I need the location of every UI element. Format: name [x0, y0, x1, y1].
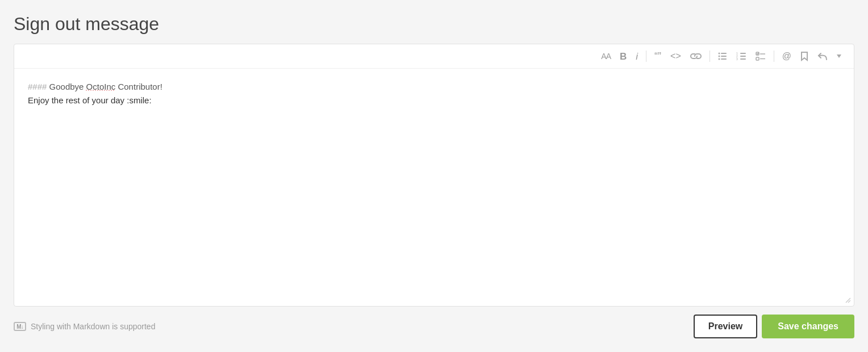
- svg-rect-2: [721, 58, 727, 60]
- markdown-icon: M↓: [14, 322, 26, 331]
- svg-rect-0: [721, 53, 727, 54]
- contributor-text: Contributor!: [115, 82, 162, 91]
- page-title: Sign out message: [14, 14, 854, 35]
- toolbar-separator-1: [646, 51, 646, 62]
- ordered-list-button[interactable]: 1 2 3: [733, 49, 750, 63]
- unordered-list-button[interactable]: [715, 49, 731, 63]
- footer: M↓ Styling with Markdown is supported Pr…: [14, 307, 854, 338]
- svg-rect-8: [740, 58, 746, 60]
- text-size-button[interactable]: AA: [598, 50, 614, 62]
- bookmark-button[interactable]: [797, 49, 812, 64]
- link-button[interactable]: [687, 50, 705, 62]
- svg-text:3: 3: [736, 57, 738, 61]
- toolbar-separator-2: [710, 51, 710, 62]
- quote-button[interactable]: “”: [651, 49, 665, 64]
- editor-toolbar: AA B i “” <>: [14, 44, 854, 69]
- mention-button[interactable]: @: [779, 49, 795, 63]
- save-changes-button[interactable]: Save changes: [762, 315, 854, 338]
- content-line-2: Enjoy the rest of your day :smile:: [28, 94, 840, 107]
- markdown-hint: M↓ Styling with Markdown is supported: [14, 322, 155, 331]
- resize-handle[interactable]: [845, 297, 852, 304]
- editor-container: AA B i “” <>: [14, 44, 854, 307]
- footer-buttons: Preview Save changes: [694, 315, 854, 338]
- content-line-1: #### Goodbye OctoInc Contributor!: [28, 80, 840, 94]
- svg-rect-7: [740, 56, 746, 57]
- svg-rect-13: [756, 57, 759, 60]
- editor-content: #### Goodbye OctoInc Contributor! Enjoy …: [28, 80, 840, 107]
- undo-dropdown-button[interactable]: [833, 52, 845, 60]
- toolbar-separator-3: [774, 51, 774, 62]
- markdown-hint-text: Styling with Markdown is supported: [31, 322, 155, 331]
- hash-marks: ####: [28, 82, 49, 91]
- preview-button[interactable]: Preview: [694, 315, 757, 338]
- bold-button[interactable]: B: [616, 49, 630, 64]
- brand-name: OctoInc: [86, 82, 116, 91]
- svg-point-4: [718, 56, 720, 57]
- code-button[interactable]: <>: [667, 49, 685, 63]
- goodbye-text: Goodbye: [49, 82, 86, 91]
- svg-rect-6: [740, 53, 746, 54]
- svg-point-5: [718, 58, 720, 60]
- svg-line-16: [846, 298, 850, 303]
- svg-line-17: [848, 300, 850, 303]
- svg-point-3: [718, 53, 720, 55]
- undo-button[interactable]: [814, 50, 831, 62]
- checklist-button[interactable]: [752, 49, 769, 63]
- editor-body[interactable]: #### Goodbye OctoInc Contributor! Enjoy …: [14, 69, 854, 306]
- italic-button[interactable]: i: [632, 49, 641, 64]
- svg-rect-1: [721, 56, 727, 57]
